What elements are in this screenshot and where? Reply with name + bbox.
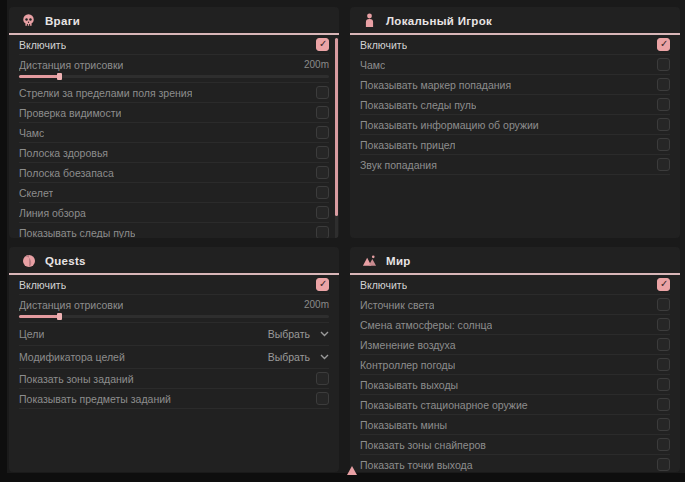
setting-row: Модификатора целей Выбрать xyxy=(19,346,329,369)
setting-row: Полоска боезапаса xyxy=(19,163,329,183)
setting-row: Стрелки за пределами поля зрения xyxy=(19,83,329,103)
checkbox[interactable] xyxy=(316,278,329,291)
checkbox[interactable] xyxy=(316,146,329,159)
person-icon xyxy=(362,13,377,28)
slider-fill xyxy=(19,315,59,318)
slider-row: Дистанция отрисовки 200m xyxy=(19,295,329,323)
checkbox[interactable] xyxy=(657,318,670,331)
setting-label: Проверка видимости xyxy=(19,107,121,119)
checkbox[interactable] xyxy=(657,138,670,151)
slider-row: Дистанция отрисовки 200m xyxy=(19,55,329,83)
setting-label: Показывать стационарное оружие xyxy=(360,399,528,411)
setting-label: Показать точки выхода xyxy=(360,459,473,471)
checkbox[interactable] xyxy=(657,418,670,431)
panel-enemies-header: Враги xyxy=(9,7,339,33)
targets-dropdown[interactable]: Выбрать xyxy=(268,328,329,340)
checkbox[interactable] xyxy=(316,86,329,99)
checkbox[interactable] xyxy=(657,98,670,111)
setting-row: Показывать прицел xyxy=(360,135,670,155)
setting-label: Дистанция отрисовки xyxy=(19,59,123,71)
mod-menu-window: Враги Включить Дистанция отрисовки 200m … xyxy=(0,0,685,482)
distance-slider[interactable] xyxy=(19,75,329,78)
setting-row: Скелет xyxy=(19,183,329,203)
checkbox[interactable] xyxy=(316,126,329,139)
setting-row: Показывать следы пуль xyxy=(19,223,329,238)
setting-label: Показывать маркер попадания xyxy=(360,79,511,91)
setting-row: Включить xyxy=(19,35,329,55)
setting-label: Изменение воздуха xyxy=(360,339,456,351)
checkbox[interactable] xyxy=(316,392,329,405)
setting-row: Показывать информацию об оружии xyxy=(360,115,670,135)
checkbox[interactable] xyxy=(657,158,670,171)
setting-row: Показывать мины xyxy=(360,415,670,435)
setting-label: Включить xyxy=(360,279,407,291)
checkbox[interactable] xyxy=(316,372,329,385)
slider-fill xyxy=(19,75,59,78)
setting-row: Показывать следы пуль xyxy=(360,95,670,115)
checkbox[interactable] xyxy=(657,78,670,91)
slider-thumb[interactable] xyxy=(57,313,62,320)
setting-row: Показывать выходы xyxy=(360,375,670,395)
checkbox[interactable] xyxy=(657,398,670,411)
setting-row: Показать точки выхода xyxy=(360,455,670,472)
setting-row: Чамс xyxy=(360,55,670,75)
setting-label: Стрелки за пределами поля зрения xyxy=(19,87,192,99)
setting-row: Включить xyxy=(19,275,329,295)
checkbox[interactable] xyxy=(657,338,670,351)
setting-row: Линия обзора xyxy=(19,203,329,223)
setting-label: Включить xyxy=(19,279,66,291)
panel-local-player: Локальный Игрок Включить Чамс Показывать… xyxy=(350,7,680,238)
setting-label: Показывать информацию об оружии xyxy=(360,119,539,131)
slider-thumb[interactable] xyxy=(57,73,62,80)
setting-label: Показывать прицел xyxy=(360,139,455,151)
setting-row: Показывать предметы заданий xyxy=(19,389,329,409)
setting-row: Показать зоны заданий xyxy=(19,369,329,389)
distance-slider[interactable] xyxy=(19,315,329,318)
setting-label: Показывать выходы xyxy=(360,379,458,391)
setting-label: Линия обзора xyxy=(19,207,86,219)
setting-label: Показывать мины xyxy=(360,419,447,431)
setting-row: Проверка видимости xyxy=(19,103,329,123)
quest-marker-icon xyxy=(21,253,36,268)
setting-row: Контроллер погоды xyxy=(360,355,670,375)
panel-title: Quests xyxy=(45,255,86,267)
panel-quests: Quests Включить Дистанция отрисовки 200m… xyxy=(9,247,339,472)
window-edge-bottom xyxy=(0,473,685,482)
checkbox[interactable] xyxy=(316,38,329,51)
checkbox[interactable] xyxy=(657,358,670,371)
setting-label: Полоска здоровья xyxy=(19,147,108,159)
setting-row: Показывать стационарное оружие xyxy=(360,395,670,415)
setting-row: Включить xyxy=(360,35,670,55)
setting-label: Источник света xyxy=(360,299,434,311)
setting-label: Показывать предметы заданий xyxy=(19,393,171,405)
checkbox[interactable] xyxy=(657,38,670,51)
checkbox[interactable] xyxy=(657,298,670,311)
setting-row: Смена атмосферы: солнца xyxy=(360,315,670,335)
slider-value: 200m xyxy=(304,59,329,70)
mountain-icon xyxy=(362,253,377,268)
checkbox[interactable] xyxy=(316,166,329,179)
checkbox[interactable] xyxy=(657,58,670,71)
setting-label: Чамс xyxy=(19,127,44,139)
checkbox[interactable] xyxy=(657,278,670,291)
scrollbar-thumb[interactable] xyxy=(335,38,338,216)
checkbox[interactable] xyxy=(657,118,670,131)
panel-quests-header: Quests xyxy=(9,247,339,273)
checkbox[interactable] xyxy=(657,458,670,471)
checkbox[interactable] xyxy=(657,378,670,391)
target-modifiers-dropdown[interactable]: Выбрать xyxy=(268,351,329,363)
checkbox[interactable] xyxy=(657,438,670,451)
setting-label: Показывать следы пуль xyxy=(360,99,476,111)
scrollbar-track[interactable] xyxy=(335,38,338,238)
panel-title: Локальный Игрок xyxy=(386,15,492,27)
setting-label: Звук попадания xyxy=(360,159,437,171)
chevron-down-icon xyxy=(320,331,329,337)
checkbox[interactable] xyxy=(316,186,329,199)
checkbox[interactable] xyxy=(316,206,329,219)
checkbox[interactable] xyxy=(316,226,329,238)
checkbox[interactable] xyxy=(316,106,329,119)
setting-label: Показать зоны заданий xyxy=(19,373,134,385)
setting-label: Включить xyxy=(360,39,407,51)
setting-row: Звук попадания xyxy=(360,155,670,175)
setting-row: Чамс xyxy=(19,123,329,143)
